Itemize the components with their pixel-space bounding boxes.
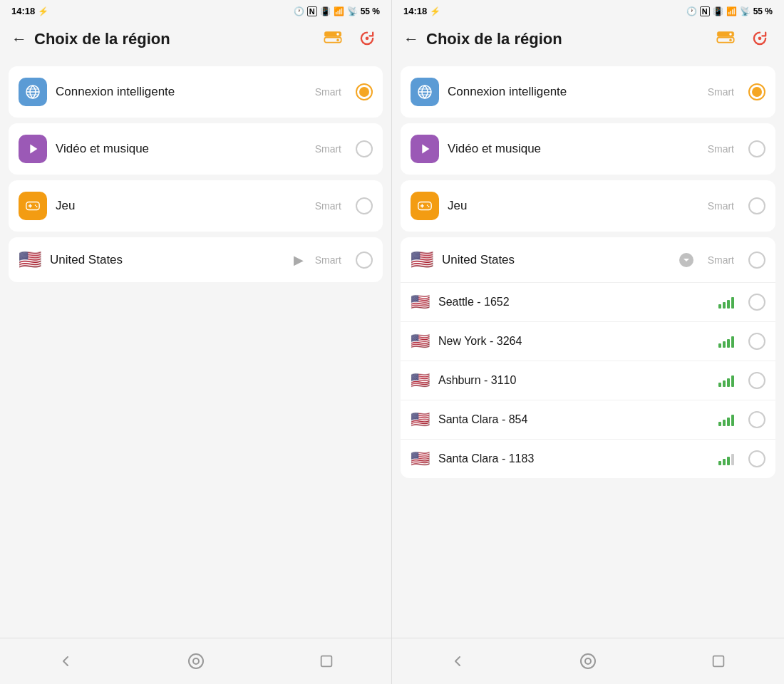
server-icon-right[interactable] — [713, 26, 738, 52]
svg-point-20 — [428, 206, 430, 207]
svg-point-19 — [427, 204, 428, 206]
radio-smart-connect-left[interactable] — [356, 83, 373, 100]
bottom-nav-left — [0, 638, 391, 684]
home-nav-left[interactable] — [182, 647, 210, 675]
svg-point-7 — [35, 204, 36, 206]
nfc-icon-right: N — [700, 6, 710, 16]
page-title-right: Choix de la région — [426, 30, 713, 48]
svg-point-21 — [581, 654, 595, 668]
item-ashburn[interactable]: 🇺🇸 Ashburn - 3110 — [401, 361, 775, 400]
smart-tag-2-right: Smart — [708, 143, 734, 155]
item-game-right[interactable]: Jeu Smart — [401, 180, 775, 232]
radio-seattle[interactable] — [748, 294, 765, 311]
battery-right: 55 % — [753, 6, 773, 16]
signal-icon-right: 📡 — [740, 6, 751, 16]
seattle-label: Seattle - 1652 — [438, 296, 710, 309]
svg-point-16 — [758, 37, 762, 41]
radio-us-right[interactable] — [748, 252, 765, 269]
battery-left: 55 % — [361, 6, 380, 16]
back-button-right[interactable]: ← — [403, 30, 419, 48]
smart-tag-us: Smart — [708, 254, 734, 266]
game-label-left: Jeu — [56, 199, 306, 213]
us-flag-left: 🇺🇸 — [19, 249, 41, 271]
item-seattle[interactable]: 🇺🇸 Seattle - 1652 — [401, 283, 775, 322]
radio-newyork[interactable] — [748, 333, 765, 350]
svg-point-15 — [729, 38, 732, 41]
radio-game-right[interactable] — [748, 197, 765, 214]
game-icon-right — [411, 192, 439, 220]
radio-us-left[interactable] — [356, 252, 373, 269]
item-video-music-left[interactable]: Vidéo et musique Smart — [9, 123, 383, 175]
seattle-flag: 🇺🇸 — [411, 293, 430, 311]
status-bar-left: 14:18 ⚡ 🕐 N 📳 📶 📡 55 % — [0, 0, 391, 19]
play-icon-left — [19, 135, 47, 163]
recent-nav-left[interactable] — [312, 647, 341, 675]
ashburn-label: Ashburn - 3110 — [438, 374, 710, 387]
santaclara1-flag: 🇺🇸 — [411, 410, 430, 429]
radio-game-left[interactable] — [356, 197, 373, 214]
radio-smart-connect-right[interactable] — [748, 83, 765, 100]
santaclara2-label: Santa Clara - 1183 — [438, 452, 710, 465]
globe-icon-left — [19, 78, 47, 106]
radio-santaclara1[interactable] — [748, 411, 765, 428]
flash-icon-right: ⚡ — [430, 6, 440, 16]
flash-icon-left: ⚡ — [38, 6, 48, 16]
alarm-icon-right: 🕐 — [686, 6, 697, 16]
us-label-left: United States — [50, 253, 285, 267]
item-smart-connect-right[interactable]: Connexion intelligente Smart — [401, 66, 775, 118]
smart-connect-label-right: Connexion intelligente — [448, 85, 699, 99]
radio-video-left[interactable] — [356, 140, 373, 157]
svg-rect-23 — [713, 656, 724, 667]
smart-tag-3-left: Smart — [315, 200, 341, 212]
radio-ashburn[interactable] — [748, 372, 765, 389]
left-panel: 14:18 ⚡ 🕐 N 📳 📶 📡 55 % ← Choix de la rég… — [0, 0, 392, 684]
back-button-left[interactable]: ← — [11, 30, 27, 48]
radio-video-right[interactable] — [748, 140, 765, 157]
status-bar-right: 14:18 ⚡ 🕐 N 📳 📶 📡 55 % — [392, 0, 784, 19]
home-nav-right[interactable] — [574, 647, 602, 675]
item-video-music-right[interactable]: Vidéo et musique Smart — [401, 123, 775, 175]
svg-point-9 — [189, 654, 203, 668]
svg-point-14 — [729, 33, 732, 36]
collapse-icon[interactable] — [679, 253, 693, 267]
item-santaclara1[interactable]: 🇺🇸 Santa Clara - 854 — [401, 400, 775, 440]
seattle-signal — [718, 296, 734, 309]
item-game-left[interactable]: Jeu Smart — [9, 180, 383, 232]
refresh-icon-left[interactable] — [354, 26, 380, 52]
smart-tag-1-right: Smart — [708, 86, 734, 98]
item-us-left[interactable]: 🇺🇸 United States ▶ Smart — [9, 237, 383, 282]
item-us-header-right[interactable]: 🇺🇸 United States Smart — [401, 237, 775, 283]
item-smart-connect-left[interactable]: Connexion intelligente Smart — [9, 66, 383, 118]
santaclara1-label: Santa Clara - 854 — [438, 413, 710, 426]
svg-rect-11 — [321, 656, 331, 667]
video-music-label-right: Vidéo et musique — [448, 142, 699, 156]
radio-santaclara2[interactable] — [748, 450, 765, 467]
us-header-label: United States — [442, 253, 671, 267]
recent-nav-right[interactable] — [704, 647, 733, 675]
signal-icon-left: 📡 — [347, 6, 358, 16]
game-icon-left — [19, 192, 47, 220]
page-title-left: Choix de la région — [34, 30, 320, 48]
us-group: 🇺🇸 United States Smart 🇺🇸 Seattle - 1652 — [401, 237, 775, 478]
right-panel: 14:18 ⚡ 🕐 N 📳 📶 📡 55 % ← Choix de la rég… — [392, 0, 784, 684]
bottom-nav-right — [392, 638, 784, 684]
time-right: 14:18 — [403, 6, 427, 16]
newyork-flag: 🇺🇸 — [411, 332, 430, 351]
svg-point-3 — [336, 38, 339, 41]
ashburn-signal — [718, 374, 734, 387]
newyork-signal — [718, 335, 734, 348]
nfc-icon-left: N — [307, 6, 317, 16]
back-nav-left[interactable] — [51, 647, 80, 675]
item-santaclara2[interactable]: 🇺🇸 Santa Clara - 1183 — [401, 440, 775, 478]
smart-tag-1-left: Smart — [315, 86, 341, 98]
back-nav-right[interactable] — [443, 647, 472, 675]
item-newyork[interactable]: 🇺🇸 New York - 3264 — [401, 322, 775, 361]
santaclara2-flag: 🇺🇸 — [411, 450, 430, 468]
expand-btn-left[interactable]: ▶ — [294, 252, 304, 268]
refresh-icon-right[interactable] — [747, 26, 773, 52]
us-flag-header: 🇺🇸 — [411, 249, 433, 271]
smart-connect-label-left: Connexion intelligente — [56, 85, 306, 99]
svg-point-10 — [193, 658, 199, 664]
server-icon-left[interactable] — [320, 26, 346, 52]
top-bar-left: ← Choix de la région — [0, 19, 391, 61]
